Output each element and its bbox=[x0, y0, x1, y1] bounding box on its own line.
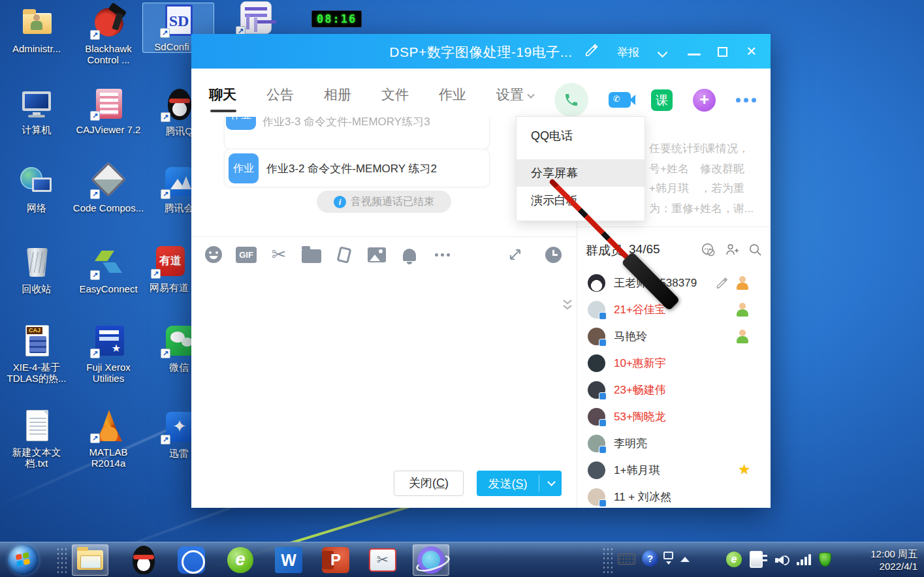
close-window-button[interactable]: × bbox=[746, 44, 756, 58]
add-button[interactable]: + bbox=[693, 89, 716, 112]
tab-files[interactable]: 文件 bbox=[381, 86, 409, 104]
member-row[interactable]: 21+谷佳宝 bbox=[577, 296, 771, 323]
video-call-button[interactable] bbox=[609, 92, 631, 108]
taskbar-powerpoint-button[interactable]: P bbox=[317, 544, 354, 576]
maximize-button[interactable] bbox=[718, 47, 727, 57]
shortcut-arrow-icon bbox=[151, 269, 161, 279]
taskbar-planet-browser-button[interactable] bbox=[413, 544, 449, 576]
tray-power-icon[interactable] bbox=[750, 551, 763, 568]
message-input[interactable] bbox=[191, 270, 577, 466]
voice-call-button[interactable] bbox=[554, 83, 588, 117]
member-row[interactable]: 王老师+1538379 bbox=[577, 270, 771, 296]
qq-group-chat-window: DSP+数字图像处理-19电子... 举报 × 聊天 公告 相册 文件 作业 设… bbox=[191, 34, 771, 508]
send-options-chevron-icon[interactable] bbox=[547, 478, 556, 486]
desktop-icon-xie4-document[interactable]: CAJ XIE-4-基于 TDLAS的热... bbox=[0, 324, 73, 384]
desktop-icon-computer[interactable]: 计算机 bbox=[0, 86, 73, 135]
search-member-icon[interactable] bbox=[748, 242, 763, 257]
class-mode-button[interactable]: 课 bbox=[651, 89, 673, 111]
desktop-icon-fuji-xerox[interactable]: Fuji Xerox Utilities bbox=[72, 324, 145, 384]
taskbar-qq-button[interactable] bbox=[125, 544, 162, 576]
homework-card-partial[interactable]: 作业 作业3-3 命令文件-MEMORY练习3 bbox=[224, 117, 490, 149]
shortcut-arrow-icon bbox=[90, 433, 100, 443]
desktop-icon-code-composer[interactable]: Code Compos... bbox=[72, 164, 145, 213]
admin-role-icon bbox=[736, 330, 749, 344]
send-file-folder-icon[interactable] bbox=[301, 244, 322, 265]
desktop-icon-cajviewer[interactable]: CAJViewer 7.2 bbox=[72, 86, 145, 135]
desktop-icon-administrator[interactable]: Administr... bbox=[0, 5, 73, 54]
tab-chat[interactable]: 聊天 bbox=[209, 86, 236, 104]
taskbar-snipping-button[interactable]: ✂ bbox=[364, 544, 401, 576]
desktop-icon-circuit-tool[interactable] bbox=[217, 1, 291, 37]
powerpoint-icon: P bbox=[322, 547, 349, 573]
desktop-icon-network[interactable]: 网络 bbox=[0, 164, 73, 213]
report-button[interactable]: 举报 bbox=[617, 45, 639, 60]
desktop-icon-text-file[interactable]: 新建文本文 档.txt bbox=[0, 409, 73, 469]
mute-all-icon[interactable] bbox=[701, 242, 716, 257]
menu-item-share-screen[interactable]: 分享屏幕 bbox=[517, 159, 645, 187]
tray-network-signal-icon[interactable] bbox=[797, 554, 811, 565]
taskbar-grip[interactable] bbox=[602, 547, 613, 573]
desktop-icon-label: 回收站 bbox=[0, 283, 73, 294]
tab-settings[interactable]: 设置 bbox=[496, 86, 534, 104]
shake-window-icon[interactable] bbox=[334, 244, 355, 265]
avatar-badge bbox=[599, 339, 607, 347]
more-tools-icon[interactable] bbox=[432, 244, 453, 265]
panel-divider bbox=[577, 226, 771, 227]
windows-logo-icon bbox=[16, 552, 30, 567]
tab-announcement[interactable]: 公告 bbox=[266, 86, 294, 104]
gif-icon[interactable]: GIF bbox=[236, 244, 257, 265]
desktop-icon-blackhawk[interactable]: Blackhawk Control ... bbox=[72, 5, 145, 65]
start-button[interactable] bbox=[8, 544, 39, 575]
member-row[interactable]: 23+畅建伟 bbox=[577, 377, 771, 403]
tray-help-icon[interactable]: ? bbox=[642, 550, 658, 567]
taskbar-clock[interactable]: 12:00 周五 2022/4/1 bbox=[870, 548, 917, 572]
taskbar-k-app-button[interactable] bbox=[173, 544, 210, 576]
member-row[interactable]: 马艳玲 bbox=[577, 323, 771, 350]
window-titlebar[interactable]: DSP+数字图像处理-19电子... 举报 × bbox=[191, 34, 771, 69]
cajviewer-icon bbox=[89, 86, 127, 121]
emoji-icon[interactable] bbox=[203, 244, 224, 265]
send-image-icon[interactable] bbox=[366, 244, 387, 265]
taskbar-word-button[interactable]: W bbox=[270, 544, 307, 576]
minimize-button[interactable] bbox=[688, 54, 701, 55]
desktop-icon-recycle-bin[interactable]: 回收站 bbox=[0, 245, 73, 294]
notify-bell-icon[interactable] bbox=[399, 244, 420, 265]
chat-history-clock-icon[interactable] bbox=[543, 244, 564, 265]
tab-homework[interactable]: 作业 bbox=[439, 86, 466, 104]
homework-card[interactable]: 作业 作业3-2 命令文件-MEMORY 练习2 bbox=[224, 149, 490, 187]
desktop-icon-label: Fuji Xerox Utilities bbox=[72, 362, 145, 384]
tray-window-switch-icon[interactable] bbox=[663, 552, 673, 559]
edit-group-name-icon[interactable] bbox=[584, 43, 599, 57]
send-button[interactable]: 发送(S) bbox=[477, 471, 562, 496]
code-composer-icon bbox=[89, 164, 127, 200]
shortcut-arrow-icon bbox=[90, 349, 100, 358]
group-notice-text: 任要统计到课情况， 号+姓名 修改群昵 +韩月琪 ，若为重 为：重修+姓名，谢.… bbox=[649, 139, 767, 219]
invite-member-icon[interactable] bbox=[724, 242, 739, 257]
close-chat-button[interactable]: 关闭(C) bbox=[394, 471, 464, 496]
shortcut-arrow-icon bbox=[90, 111, 100, 121]
edit-nickname-icon[interactable] bbox=[716, 277, 728, 289]
avatar bbox=[588, 488, 605, 506]
member-row[interactable]: 李明亮 bbox=[577, 430, 771, 457]
member-row[interactable]: 1+韩月琪 bbox=[577, 457, 771, 484]
taskbar-browser-360-button[interactable]: e bbox=[222, 544, 259, 576]
member-row[interactable]: 53+陶晓龙 bbox=[577, 403, 771, 430]
avatar-badge bbox=[599, 446, 607, 454]
taskbar-explorer-button[interactable] bbox=[72, 544, 108, 576]
member-row[interactable]: 11 + 刘冰然 bbox=[577, 484, 771, 508]
titlebar-chevron-down-icon[interactable] bbox=[659, 47, 666, 59]
member-row[interactable]: 10+惠新宇 bbox=[577, 350, 771, 377]
info-icon bbox=[334, 196, 346, 208]
tray-security-shield-icon[interactable] bbox=[819, 552, 831, 567]
desktop-icon-matlab[interactable]: MATLAB R2014a bbox=[72, 409, 145, 469]
expand-input-icon[interactable] bbox=[505, 244, 526, 265]
more-options-button[interactable] bbox=[736, 98, 756, 102]
tray-browser-icon[interactable]: e bbox=[726, 552, 742, 567]
screenshot-scissors-icon[interactable]: ✂ bbox=[268, 244, 289, 265]
tray-show-hidden-icon[interactable] bbox=[680, 557, 690, 562]
taskbar-grip[interactable] bbox=[56, 547, 67, 573]
tray-keyboard-icon[interactable] bbox=[618, 554, 635, 565]
menu-item-qq-call[interactable]: QQ电话 bbox=[517, 122, 645, 149]
menu-item-whiteboard[interactable]: 演示白板 bbox=[517, 187, 645, 214]
tab-album[interactable]: 相册 bbox=[324, 86, 351, 104]
